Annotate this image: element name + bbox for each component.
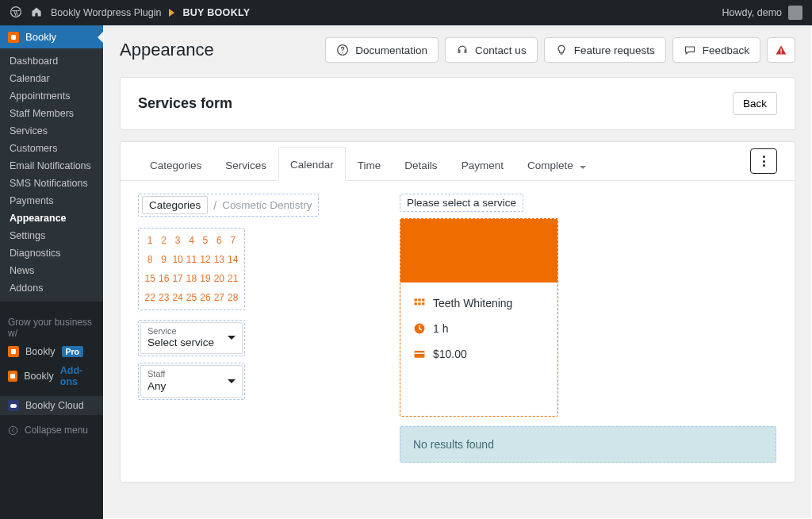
calendar-day[interactable]: 2: [157, 235, 170, 246]
grow-label: Grow your business w/: [0, 313, 103, 342]
sidebar-item-email-notifications[interactable]: Email Notifications: [0, 157, 103, 175]
select-value: Select service: [147, 336, 214, 349]
sidebar-item-diagnostics[interactable]: Diagnostics: [0, 244, 103, 262]
sidebar-item-customers[interactable]: Customers: [0, 140, 103, 157]
howdy-text: Howdy, demo: [722, 7, 783, 18]
svg-rect-9: [418, 302, 420, 305]
calendar-day[interactable]: 15: [144, 273, 156, 284]
feature-requests-button[interactable]: Feature requests: [544, 37, 666, 63]
select-service-hint: Please select a service: [400, 194, 523, 212]
bookly-logo-icon: [8, 371, 17, 382]
back-button[interactable]: Back: [733, 92, 777, 115]
sidebar-item-payments[interactable]: Payments: [0, 192, 103, 210]
calendar-day[interactable]: 17: [171, 273, 184, 284]
grid-icon: [413, 297, 426, 309]
calendar-day[interactable]: 7: [227, 235, 239, 246]
sidebar-item-services[interactable]: Services: [0, 122, 103, 140]
svg-rect-8: [415, 302, 417, 305]
headset-icon: [456, 44, 469, 56]
btn-label: Documentation: [355, 44, 427, 56]
select-label: Service: [147, 326, 214, 336]
calendar-day[interactable]: 11: [185, 254, 197, 265]
tab-services[interactable]: Services: [213, 148, 278, 181]
calendar-day[interactable]: 20: [213, 273, 225, 284]
calendar-day[interactable]: 6: [213, 235, 225, 246]
sidebar-submenu: DashboardCalendarAppointmentsStaff Membe…: [0, 48, 103, 302]
calendar-day[interactable]: 27: [213, 292, 225, 303]
breadcrumb: Categories / Cosmetic Dentistry: [138, 194, 319, 217]
chevron-down-icon: [228, 336, 236, 340]
calendar-day[interactable]: 28: [227, 292, 239, 303]
no-results-box: No results found: [400, 426, 776, 463]
lightbulb-icon: [555, 44, 568, 56]
sidebar-bookly-addons[interactable]: Bookly Add-ons: [0, 361, 103, 391]
more-options-button[interactable]: [750, 148, 777, 174]
calendar-day[interactable]: 19: [199, 273, 212, 284]
avatar[interactable]: [788, 6, 802, 20]
calendar-day[interactable]: 1: [144, 235, 156, 246]
calendar-day[interactable]: 21: [227, 273, 239, 284]
staff-select[interactable]: Staff Any: [138, 363, 245, 399]
sidebar-item-staff-members[interactable]: Staff Members: [0, 105, 103, 122]
tab-complete[interactable]: Complete: [515, 148, 598, 181]
service-card[interactable]: Teeth Whitening 1 h $10.00: [400, 218, 558, 417]
calendar-day[interactable]: 12: [199, 254, 212, 265]
calendar-day[interactable]: 8: [144, 254, 156, 265]
service-select[interactable]: Service Select service: [138, 320, 245, 356]
svg-rect-12: [415, 351, 425, 358]
bookly-logo-icon: [8, 346, 19, 357]
site-name[interactable]: Bookly Wordpress Plugin: [51, 7, 161, 18]
buy-bookly-link[interactable]: BUY BOOKLY: [182, 7, 250, 18]
calendar-day[interactable]: 25: [185, 292, 197, 303]
select-value: Any: [147, 380, 166, 393]
sidebar-item-addons[interactable]: Addons: [0, 279, 103, 297]
calendar-day[interactable]: 14: [227, 254, 239, 265]
sidebar-top-bookly[interactable]: Bookly: [0, 25, 103, 48]
wp-logo-icon[interactable]: [10, 6, 22, 21]
sidebar-item-appearance[interactable]: Appearance: [0, 210, 103, 227]
tab-time[interactable]: Time: [346, 148, 393, 181]
calendar-day[interactable]: 10: [171, 254, 184, 265]
calendar-day[interactable]: 22: [144, 292, 156, 303]
calendar-day[interactable]: 16: [157, 273, 170, 284]
card-title: Services form: [138, 95, 232, 112]
calendar-day[interactable]: 23: [157, 292, 170, 303]
calendar-day[interactable]: 26: [199, 292, 212, 303]
tab-payment[interactable]: Payment: [450, 148, 515, 181]
documentation-button[interactable]: Documentation: [325, 37, 439, 63]
feedback-button[interactable]: Feedback: [672, 37, 760, 63]
help-icon: [336, 44, 349, 56]
addons-text-b: Add-ons: [60, 365, 95, 387]
svg-rect-3: [780, 48, 781, 52]
breadcrumb-active[interactable]: Categories: [142, 196, 208, 214]
breadcrumb-rest: Cosmetic Dentistry: [222, 199, 315, 211]
calendar-day[interactable]: 18: [185, 273, 197, 284]
alert-button[interactable]: [767, 37, 795, 63]
sidebar-item-dashboard[interactable]: Dashboard: [0, 52, 103, 70]
svg-point-1: [9, 426, 17, 434]
calendar-day[interactable]: 13: [213, 254, 225, 265]
btn-label: Feedback: [703, 44, 749, 56]
calendar-day[interactable]: 3: [171, 235, 184, 246]
tab-details[interactable]: Details: [393, 148, 449, 181]
sidebar-item-appointments[interactable]: Appointments: [0, 87, 103, 105]
sidebar-item-news[interactable]: News: [0, 262, 103, 279]
calendar-day[interactable]: 24: [171, 292, 184, 303]
sidebar-item-sms-notifications[interactable]: SMS Notifications: [0, 175, 103, 192]
svg-rect-5: [415, 298, 417, 301]
sidebar-item-calendar[interactable]: Calendar: [0, 70, 103, 87]
sidebar-bookly-pro[interactable]: Bookly Pro: [0, 342, 103, 361]
clock-icon: [413, 322, 426, 335]
svg-rect-13: [415, 352, 425, 354]
calendar-day[interactable]: 9: [157, 254, 170, 265]
collapse-menu[interactable]: Collapse menu: [0, 420, 103, 440]
sidebar-bookly-cloud[interactable]: Bookly Cloud: [0, 396, 103, 415]
contact-us-button[interactable]: Contact us: [445, 37, 538, 63]
svg-rect-6: [418, 298, 420, 301]
sidebar-item-settings[interactable]: Settings: [0, 227, 103, 244]
tab-calendar[interactable]: Calendar: [278, 147, 346, 181]
calendar-day[interactable]: 4: [185, 235, 197, 246]
calendar-day[interactable]: 5: [199, 235, 212, 246]
tab-categories[interactable]: Categories: [138, 148, 213, 181]
home-icon[interactable]: [30, 6, 43, 21]
